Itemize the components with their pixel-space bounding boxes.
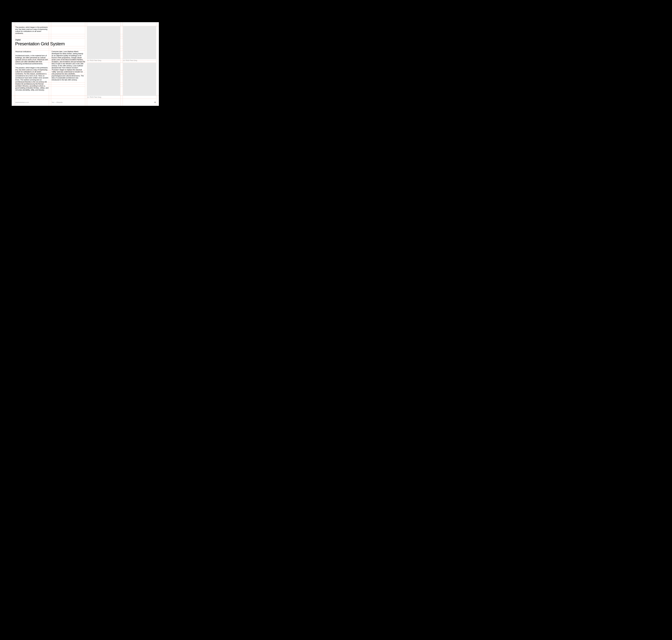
image-placeholder — [123, 63, 156, 96]
title-eyebrow: Digital — [15, 39, 20, 41]
image-placeholder — [123, 26, 156, 59]
body-paragraph: The practice, which began in the prehist… — [15, 67, 49, 91]
page-title: Presentation Grid System — [15, 41, 65, 46]
body-paragraph: Centuries later, Leon Battista Alberti d… — [51, 50, 85, 81]
section-subtitle: Historical civilizations — [15, 50, 49, 53]
image-placeholder — [87, 63, 120, 96]
intro-text: The practice, which began in the prehist… — [15, 26, 49, 34]
slide-content: The practice, which began in the prehist… — [12, 22, 159, 106]
image-caption: 12.75/15 Text Grey — [87, 59, 101, 61]
page-number: 15 — [154, 101, 156, 103]
presentation-slide: The practice, which began in the prehist… — [12, 22, 159, 106]
image-caption: 12.75/15 Text Grey — [123, 59, 137, 61]
body-column-1: Historical civilizations Architectural w… — [15, 50, 49, 91]
image-placeholder — [87, 26, 120, 59]
body-column-2: Centuries later, Leon Battista Alberti d… — [51, 50, 85, 81]
footer-credit: stephenkelman.co.uk — [15, 101, 29, 103]
image-caption: 12.75/15 Text Grey — [87, 96, 101, 98]
body-paragraph: Architectural works, in the material for… — [15, 55, 49, 65]
footer-source: Text — Wikipedia — [51, 101, 62, 103]
